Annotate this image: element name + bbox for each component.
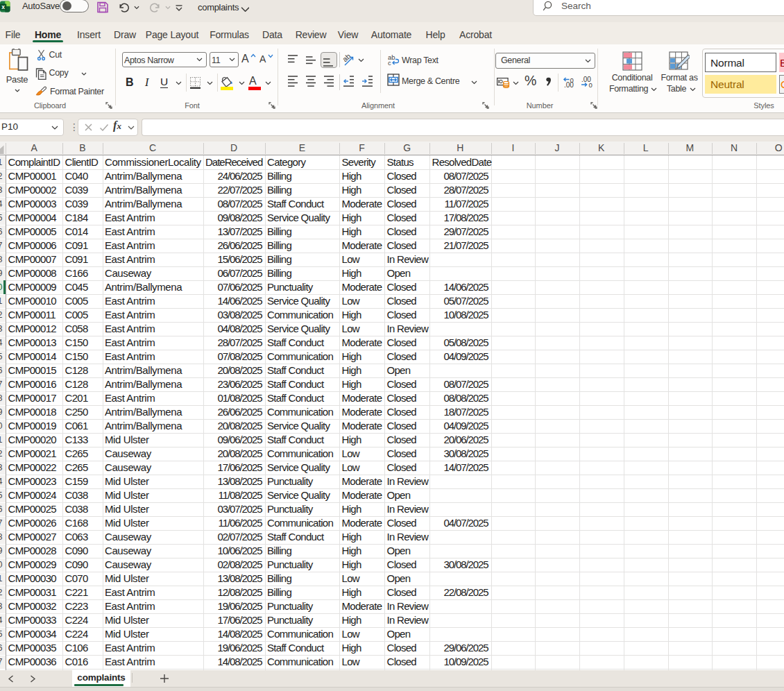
svg-text:0: 0 xyxy=(570,76,574,84)
svg-text:0: 0 xyxy=(589,81,593,89)
svg-text:c: c xyxy=(388,59,391,66)
svg-text:x: x xyxy=(1,3,5,10)
